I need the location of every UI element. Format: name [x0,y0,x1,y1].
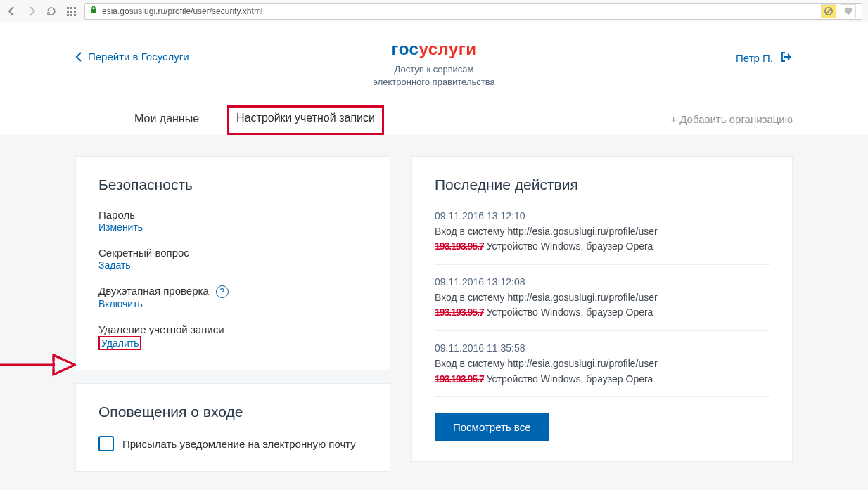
url-bar[interactable]: esia.gosuslugi.ru/profile/user/security.… [84,3,862,20]
browser-toolbar: esia.gosuslugi.ru/profile/user/security.… [0,0,868,22]
svg-marker-14 [53,355,75,375]
svg-rect-6 [67,14,69,16]
logo-part2: услуги [419,39,476,58]
logo-subtitle-2: электронного правительства [373,77,494,87]
svg-rect-4 [70,11,72,13]
secret-question-label: Секретный вопрос [98,247,367,259]
nav-apps-icon[interactable] [65,5,77,18]
activity-description: Вход в систему http://esia.gosuslugi.ru/… [435,224,770,240]
user-menu[interactable]: Петр П. [736,51,793,65]
heart-icon[interactable] [841,4,856,18]
activity-item: 09.11.2016 11:35:58 Вход в систему http:… [435,331,770,397]
security-card: Безопасность Пароль Изменить Секретный в… [75,156,390,370]
svg-rect-7 [70,14,72,16]
change-password-link[interactable]: Изменить [98,221,143,233]
password-label: Пароль [98,209,367,221]
svg-rect-3 [67,11,69,13]
login-notify-card: Оповещения о входе Присылать уведомление… [75,383,390,472]
back-to-gosuslugi-link[interactable]: Перейти в Госуслуги [75,51,189,63]
nav-back-icon[interactable] [6,5,18,18]
activity-item: 09.11.2016 13:12:10 Вход в систему http:… [435,209,770,265]
tab-account-settings[interactable]: Настройки учетной записи [227,105,384,135]
help-icon[interactable]: ? [216,285,229,298]
redacted-ip: 193.193.95.7 [435,307,484,318]
nav-reload-icon[interactable] [45,5,58,18]
activity-description: Вход в систему http://esia.gosuslugi.ru/… [435,290,770,306]
logo-part1: гос [392,39,419,58]
redacted-ip: 193.193.95.7 [435,373,484,385]
url-text: esia.gosuslugi.ru/profile/user/security.… [102,6,815,16]
activity-item: 09.11.2016 13:12:08 Вход в систему http:… [435,265,770,331]
svg-rect-1 [70,7,72,9]
activity-device: Устройство Windows, браузер Opera [484,307,653,318]
back-link-label: Перейти в Госуслуги [88,51,189,63]
nav-forward-icon[interactable] [25,5,38,18]
delete-account-label: Удаление учетной записи [98,323,367,335]
email-notify-label: Присылать уведомление на электронную поч… [122,438,356,450]
activity-timestamp: 09.11.2016 11:35:58 [435,341,770,356]
annotation-arrow-icon [0,351,76,381]
activity-device: Устройство Windows, браузер Opera [484,373,653,385]
activity-description: Вход в систему http://esia.gosuslugi.ru/… [435,356,770,372]
tabs: Мои данные Настройки учетной записи + До… [75,103,793,135]
redacted-ip: 193.193.95.7 [435,240,484,252]
logout-icon[interactable] [780,51,793,65]
add-organization-link[interactable]: + Добавить организацию [670,113,793,135]
security-title: Безопасность [98,176,367,193]
recent-activity-card: Последние действия 09.11.2016 13:12:10 В… [411,156,793,462]
set-secret-link[interactable]: Задать [98,259,131,271]
two-step-label: Двухэтапная проверка [98,285,209,297]
activity-device: Устройство Windows, браузер Opera [484,240,653,252]
login-notify-title: Оповещения о входе [98,404,367,420]
view-all-button[interactable]: Посмотреть все [435,413,549,441]
tab-my-data[interactable]: Мои данные [134,107,199,135]
user-name: Петр П. [736,52,773,64]
lock-icon [89,6,98,16]
delete-account-link[interactable]: Удалить [101,337,139,349]
activity-timestamp: 09.11.2016 13:12:08 [435,275,770,290]
checkbox-icon[interactable] [98,436,114,451]
block-icon[interactable] [821,4,836,18]
svg-rect-9 [91,9,96,13]
svg-rect-2 [74,7,76,9]
activity-timestamp: 09.11.2016 13:12:10 [435,209,770,224]
svg-line-11 [826,8,831,13]
recent-activity-title: Последние действия [435,176,770,193]
svg-rect-5 [74,11,76,13]
svg-rect-0 [67,7,69,9]
email-notify-checkbox-row[interactable]: Присылать уведомление на электронную поч… [98,436,367,451]
svg-rect-8 [74,14,76,16]
enable-two-step-link[interactable]: Включить [98,298,143,309]
logo-subtitle-1: Доступ к сервисам [394,64,473,75]
